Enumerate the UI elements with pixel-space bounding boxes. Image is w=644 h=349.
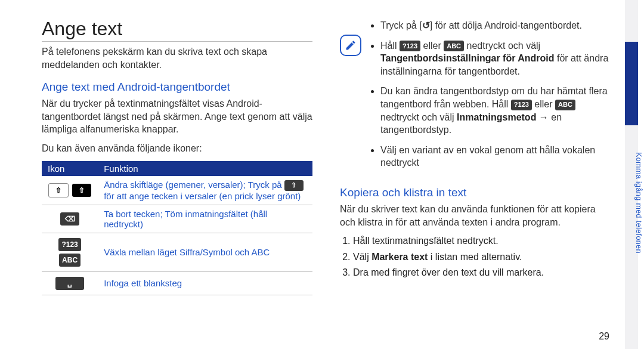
mode-abc-icon: ABC xyxy=(59,254,80,267)
section-heading-copy-paste: Kopiera och klistra in text xyxy=(340,186,611,199)
page-number: 29 xyxy=(599,331,609,342)
page-title: Ange text xyxy=(42,18,312,42)
column-right: Tryck på [↺] för att dölja Android-tange… xyxy=(340,18,611,331)
cell-icon: ␣ xyxy=(42,271,98,295)
copy-paste-paragraph: När du skriver text kan du använda funkt… xyxy=(340,203,611,228)
mode-abc-icon: ABC xyxy=(444,41,464,51)
list-item: Håll textinmatningsfältet nedtryckt. xyxy=(353,234,611,248)
mode-abc-icon: ABC xyxy=(555,100,575,110)
note-block: Tryck på [↺] för att dölja Android-tange… xyxy=(340,18,611,177)
note-icon xyxy=(340,35,361,56)
note-bullet-list: Tryck på [↺] för att dölja Android-tange… xyxy=(370,19,611,169)
shift-solid-icon: ⇧ xyxy=(284,180,304,191)
list-item: Välj en variant av en vokal genom att hå… xyxy=(380,144,611,169)
space-icon: ␣ xyxy=(55,277,84,290)
two-column-layout: Ange text På telefonens pekskärm kan du … xyxy=(42,18,611,331)
side-tab-highlight xyxy=(625,42,638,125)
cell-icon: ?123 ABC xyxy=(42,233,98,271)
mode-123-icon: ?123 xyxy=(511,100,532,110)
table-row: ⌫ Ta bort tecken; Töm inmatningsfältet (… xyxy=(42,205,312,233)
section-heading-android-keyboard: Ange text med Android-tangentbordet xyxy=(42,81,312,94)
table-header-function: Funktion xyxy=(98,161,312,176)
table-row: ␣ Infoga ett blanksteg xyxy=(42,271,312,295)
shift-solid-icon: ⇧ xyxy=(72,184,91,197)
table-row: ?123 ABC Växla mellan läget Siffra/Symbo… xyxy=(42,233,312,271)
cell-function: Växla mellan läget Siffra/Symbol och ABC xyxy=(98,233,312,271)
cell-function: Ändra skiftläge (gemener, versaler); Try… xyxy=(98,176,312,205)
back-arrow-icon: ↺ xyxy=(422,20,430,30)
section-paragraph-1: När du trycker på textinmatningsfältet v… xyxy=(42,97,312,136)
list-item: Välj Markera text i listan med alternati… xyxy=(353,251,611,264)
table-row: ⇧ ⇧ Ändra skiftläge (gemener, versaler);… xyxy=(42,176,312,205)
cell-icon: ⌫ xyxy=(42,205,98,233)
backspace-icon: ⌫ xyxy=(60,212,79,226)
cell-function: Infoga ett blanksteg xyxy=(98,271,312,295)
table-header-icon: Ikon xyxy=(42,161,98,176)
cell-icon: ⇧ ⇧ xyxy=(42,176,98,205)
intro-text: På telefonens pekskärm kan du skriva tex… xyxy=(42,45,312,71)
mode-123-icon: ?123 xyxy=(58,238,80,251)
section-paragraph-2: Du kan även använda följande ikoner: xyxy=(42,142,312,155)
cell-function: Ta bort tecken; Töm inmatningsfältet (hå… xyxy=(98,205,312,233)
side-chapter-label: Komma igång med telefonen xyxy=(632,119,644,286)
mode-123-icon: ?123 xyxy=(400,41,420,51)
side-chapter-text: Komma igång med telefonen xyxy=(634,152,643,254)
list-item: Du kan ändra tangentbordstyp om du har h… xyxy=(380,85,611,136)
steps-list: Håll textinmatningsfältet nedtryckt. Väl… xyxy=(340,234,611,279)
shift-outline-icon: ⇧ xyxy=(48,183,69,197)
pen-icon xyxy=(345,39,357,51)
column-left: Ange text På telefonens pekskärm kan du … xyxy=(42,18,312,331)
icon-function-table: Ikon Funktion ⇧ ⇧ Ändra skiftläge (gemen… xyxy=(42,161,312,295)
list-item: Håll ?123 eller ABC nedtryckt och välj T… xyxy=(380,39,611,78)
list-item: Dra med fingret över den text du vill ma… xyxy=(353,266,611,279)
list-item: Tryck på [↺] för att dölja Android-tange… xyxy=(380,19,611,32)
manual-page: Komma igång med telefonen Ange text På t… xyxy=(0,0,644,349)
